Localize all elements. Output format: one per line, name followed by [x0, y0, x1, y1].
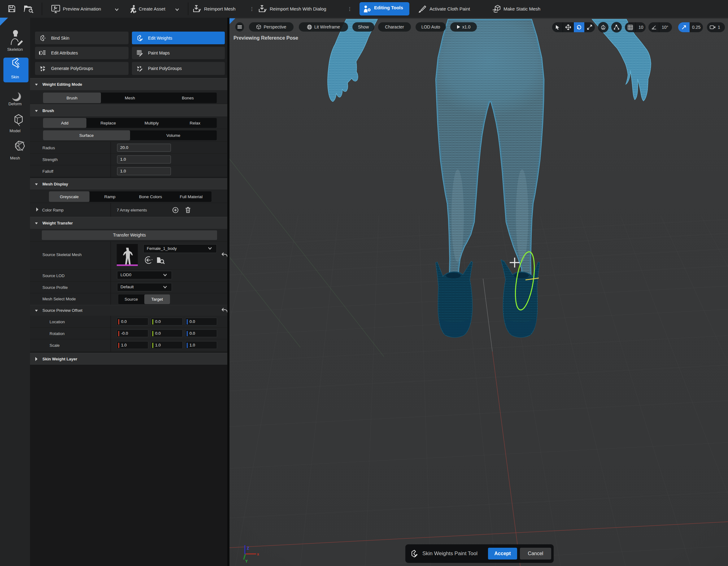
svg-text:Z: Z [247, 546, 249, 551]
svg-text:x: x [257, 552, 259, 556]
svg-text:Y: Y [245, 559, 248, 564]
